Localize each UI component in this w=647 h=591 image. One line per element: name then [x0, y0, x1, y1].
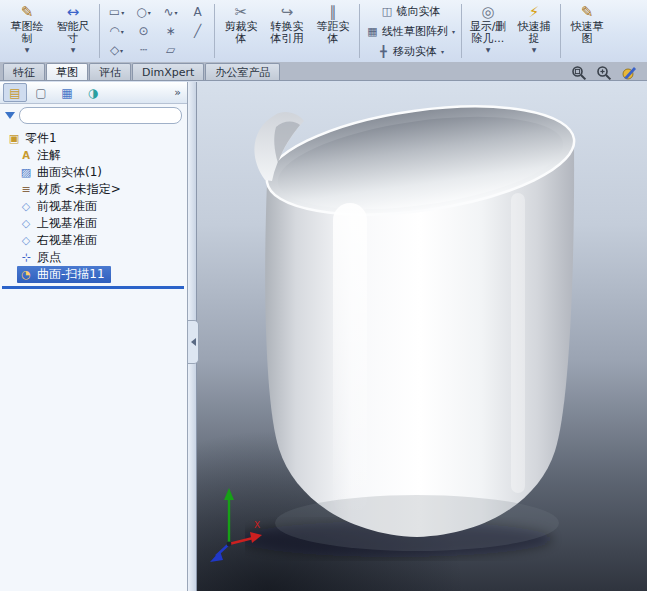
- chevron-down-icon: ▼: [532, 46, 537, 53]
- mirror-entities-label: 镜向实体: [397, 4, 441, 19]
- plane-icon: ▱: [166, 43, 175, 57]
- move-entities-button[interactable]: ╋ 移动实体 ▾: [374, 43, 447, 60]
- point-tool-button[interactable]: ∗: [157, 24, 184, 38]
- chevron-down-icon: ▾: [148, 9, 151, 16]
- ribbon-group-pattern: ◫ 镜向实体 ▦ 线性草图阵列 ▾ ╋ 移动实体 ▾: [361, 0, 460, 62]
- appearance-icon[interactable]: [621, 65, 637, 81]
- linear-sketch-pattern-label: 线性草图阵列: [382, 24, 448, 39]
- plane-tool-button[interactable]: ▱: [157, 43, 184, 57]
- tree-item-origin[interactable]: ⊹ 原点: [17, 249, 187, 266]
- chevron-down-icon: ▾: [175, 9, 178, 16]
- displaymanager-tab[interactable]: ◑: [81, 83, 105, 102]
- tab-office-products[interactable]: 办公室产品: [205, 63, 280, 80]
- trim-entities-button[interactable]: ✂ 剪裁实体: [218, 1, 264, 62]
- tree-item-front-plane[interactable]: ◇ 前视基准面: [17, 198, 187, 215]
- tree-filter-input[interactable]: [19, 107, 182, 124]
- tree-item-label: 曲面实体(1): [37, 164, 102, 181]
- arc-icon: ◠: [109, 24, 119, 38]
- tree-item-label: 原点: [37, 249, 61, 266]
- linear-sketch-pattern-button[interactable]: ▦ 线性草图阵列 ▾: [363, 23, 458, 40]
- tree-item-label: 曲面-扫描11: [37, 266, 105, 283]
- view-hud-toolbar: [571, 65, 637, 81]
- tree-item-part[interactable]: ▣ 零件1: [5, 130, 187, 147]
- text-tool-button[interactable]: A: [184, 5, 211, 19]
- quick-snaps-button[interactable]: ⚡ 快速捕捉 ▼: [511, 1, 557, 62]
- rectangle-tool-button[interactable]: ▭ ▾: [103, 5, 130, 19]
- annotations-icon: A: [19, 150, 33, 161]
- mirror-icon: ◫: [381, 5, 394, 18]
- text-icon: A: [193, 5, 201, 19]
- tree-item-label: 零件1: [25, 130, 57, 147]
- feature-tree-icon: ▤: [9, 86, 20, 100]
- rapid-sketch-label: 快速草图: [568, 21, 606, 45]
- toolbar-separator: [560, 4, 561, 58]
- spline-tool-button[interactable]: ∿ ▾: [157, 5, 184, 19]
- ribbon-group-relations: ◎ 显示/删除几... ▼ ⚡ 快速捕捉 ▼: [463, 0, 559, 62]
- rectangle-icon: ▭: [109, 5, 120, 19]
- line-tool-button[interactable]: ╱: [184, 24, 211, 38]
- tree-item-material[interactable]: ≡ 材质 <未指定>: [17, 181, 187, 198]
- configurations-icon: ▦: [61, 86, 72, 100]
- commandmanager-tabbar: 特征 草图 评估 DimXpert 办公室产品: [0, 62, 647, 81]
- zoom-fit-icon[interactable]: [571, 65, 587, 81]
- centerline-tool-button[interactable]: ┄: [130, 43, 157, 57]
- tree-item-label: 右视基准面: [37, 232, 97, 249]
- polygon-tool-button[interactable]: ◇ ▾: [103, 43, 130, 57]
- offset-entities-button[interactable]: ∥ 等距实体: [310, 1, 356, 62]
- toolbar-separator: [359, 4, 360, 58]
- collapse-arrow-icon: [191, 338, 196, 346]
- tree-item-top-plane[interactable]: ◇ 上视基准面: [17, 215, 187, 232]
- tree-item-label: 前视基准面: [37, 198, 97, 215]
- property-page-icon: ▢: [35, 86, 46, 100]
- part-icon: ▣: [7, 132, 21, 145]
- pencil-icon: ✎: [21, 4, 34, 21]
- rollback-bar[interactable]: [2, 286, 184, 289]
- sketch-button[interactable]: ✎ 草图绘制 ▼: [4, 1, 50, 62]
- tab-sketch[interactable]: 草图: [46, 63, 88, 80]
- chevron-down-icon: ▼: [71, 46, 76, 53]
- slot-icon: ⊙: [138, 24, 148, 38]
- display-delete-relations-label: 显示/删除几...: [469, 21, 507, 45]
- rapid-sketch-button[interactable]: ✎ 快速草图: [564, 1, 610, 62]
- display-manager-icon: ◑: [88, 86, 98, 100]
- trim-entities-label: 剪裁实体: [222, 21, 260, 45]
- lightning-icon: ⚡: [529, 4, 540, 21]
- chevron-down-icon: ▾: [121, 9, 124, 16]
- chevron-down-icon: ▼: [25, 46, 30, 53]
- configurationmanager-tab[interactable]: ▦: [55, 83, 79, 102]
- chevron-down-icon: ▾: [121, 28, 124, 35]
- circle-tool-button[interactable]: ○ ▾: [130, 5, 157, 19]
- tree-item-annotations[interactable]: A 注解: [17, 147, 187, 164]
- plane-icon: ◇: [19, 217, 33, 230]
- ribbon-group-rapid: ✎ 快速草图: [562, 0, 612, 62]
- tree-item-surface-sweep[interactable]: ◔ 曲面-扫描11: [17, 266, 111, 283]
- plane-icon: ◇: [19, 200, 33, 213]
- slot-tool-button[interactable]: ⊙: [130, 24, 157, 38]
- line-icon: ╱: [194, 24, 201, 38]
- display-delete-relations-button[interactable]: ◎ 显示/删除几... ▼: [465, 1, 511, 62]
- spline-icon: ∿: [163, 5, 173, 19]
- featuremanager-tab[interactable]: ▤: [3, 83, 27, 102]
- propertymanager-tab[interactable]: ▢: [29, 83, 53, 102]
- tab-evaluate[interactable]: 评估: [89, 63, 131, 80]
- arc-tool-button[interactable]: ◠ ▾: [103, 24, 130, 38]
- mirror-entities-button[interactable]: ◫ 镜向实体: [378, 3, 444, 20]
- panel-collapse-handle[interactable]: [188, 320, 199, 364]
- toolbar-separator: [99, 4, 100, 58]
- tab-dimxpert[interactable]: DimXpert: [132, 63, 204, 80]
- convert-entities-button[interactable]: ↪ 转换实体引用: [264, 1, 310, 62]
- sketch-entities-grid: ▭ ▾ ○ ▾ ∿ ▾ A ◠ ▾ ⊙ ∗: [101, 0, 213, 62]
- panel-overflow-chevron[interactable]: »: [174, 86, 184, 99]
- tab-features[interactable]: 特征: [3, 63, 45, 80]
- zoom-area-icon[interactable]: [596, 65, 612, 81]
- graphics-viewport[interactable]: X: [197, 82, 647, 591]
- move-entities-label: 移动实体: [393, 44, 437, 59]
- tree-item-surface-bodies[interactable]: ▨ 曲面实体(1): [17, 164, 187, 181]
- chevron-down-icon: ▾: [120, 47, 123, 54]
- material-icon: ≡: [19, 183, 33, 196]
- toolbar-separator: [461, 4, 462, 58]
- smart-dimension-button[interactable]: ↔ 智能尺寸 ▼: [50, 1, 96, 62]
- tree-item-right-plane[interactable]: ◇ 右视基准面: [17, 232, 187, 249]
- pencil-icon: ✎: [581, 4, 594, 21]
- move-cross-icon: ╋: [377, 45, 390, 58]
